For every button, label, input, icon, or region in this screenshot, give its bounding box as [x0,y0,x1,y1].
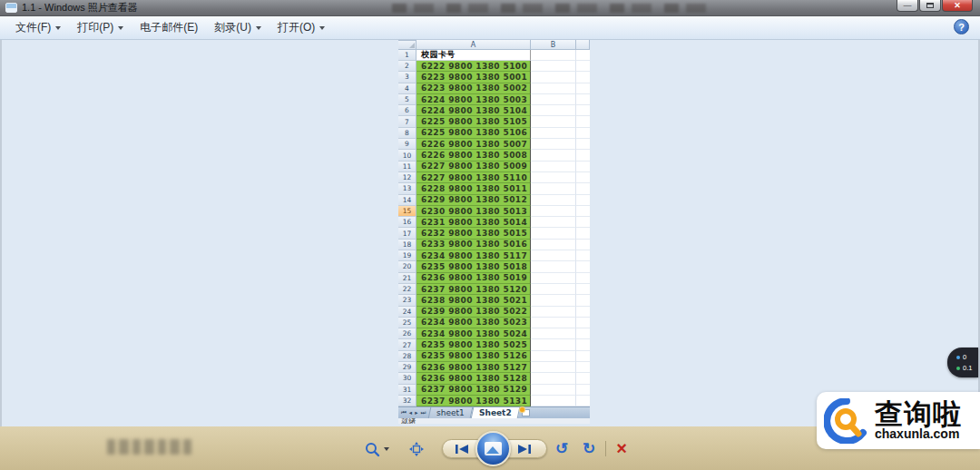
column-header-b: B [531,40,576,50]
table-row-15: 156230 9800 1380 5013 [398,206,590,217]
row-number: 19 [398,250,416,261]
table-row-30: 306236 9800 1380 5128 [398,373,590,384]
zoom-button[interactable] [361,440,392,458]
cell-empty [531,195,576,206]
rotate-right-button[interactable]: ↻ [577,438,601,458]
cell-card-number: 6235 9800 1380 5126 [416,351,531,362]
sheet-tab-bar: ⏮ ◂ ▸ ⏭ sheet1 Sheet2 [398,406,590,418]
menu-item-2[interactable]: 电子邮件(E) [132,16,206,39]
slideshow-icon [485,442,502,455]
column-header-partial [576,40,590,50]
cell-empty [531,240,576,250]
cell-empty [531,150,576,161]
cell-empty [531,183,576,194]
blue-dot-icon [956,356,960,359]
cell-card-number: 6235 9800 1380 5025 [416,339,531,350]
cell-empty [531,339,576,350]
rotate-cw-icon: ↻ [583,439,595,458]
row-number: 32 [398,396,416,406]
delete-button[interactable]: × [610,438,633,458]
cell-empty [531,351,576,362]
cell-card-number: 6239 9800 1380 5022 [416,307,531,318]
chevron-down-icon [384,447,389,451]
cell-card-number: 6229 9800 1380 5012 [416,195,531,206]
cell-card-number: 6236 9800 1380 5128 [416,373,531,384]
cell-empty [531,61,576,72]
photo-spreadsheet-image: A B 1 校园卡号 26222 9800 1380 510036223 980… [398,40,590,424]
menu-item-3[interactable]: 刻录(U) [206,16,270,39]
cell-empty [576,250,590,261]
row-number: 27 [398,339,416,350]
cell-empty [531,206,576,217]
maximize-button[interactable] [919,0,941,12]
cell-empty [531,116,576,127]
cell-empty [576,139,590,150]
table-row-23: 236238 9800 1380 5021 [398,295,590,306]
table-row-18: 186233 9800 1380 5016 [398,240,590,250]
tab-sheet1[interactable]: sheet1 [428,407,473,418]
table-row-19: 196234 9800 1380 5117 [398,250,590,261]
table-row-11: 116227 9800 1380 5009 [398,162,590,172]
menu-item-label: 电子邮件(E) [140,20,198,35]
cell-empty [576,373,590,384]
next-button[interactable] [509,439,540,458]
cell-empty [531,228,576,239]
cell-empty [531,284,576,295]
slideshow-button[interactable] [475,431,511,466]
cell-empty [576,217,590,228]
cell-card-number: 6233 9800 1380 5016 [416,240,531,250]
previous-button[interactable] [446,439,477,458]
cell-empty [576,195,590,206]
next-sheet-icon[interactable]: ▸ [415,409,417,416]
cell-card-number: 6226 9800 1380 5007 [416,139,531,150]
table-row-25: 256234 9800 1380 5023 [398,318,590,328]
menu-item-0[interactable]: 文件(F) [7,16,69,39]
sheet-nav-buttons[interactable]: ⏮ ◂ ▸ ⏭ [398,407,429,418]
actual-size-button[interactable] [406,440,427,458]
row-number: 13 [398,183,416,194]
chevron-down-icon [55,26,61,30]
previous-icon [455,444,469,455]
cell-empty [576,94,590,105]
prev-sheet-icon[interactable]: ◂ [409,409,412,416]
cell-empty [576,116,590,127]
cell-empty [531,396,576,406]
table-row-17: 176232 9800 1380 5015 [398,228,590,239]
side-overlay-widget[interactable]: 0 0.1 [947,348,978,377]
watermark-title: 查询啦 [875,400,962,427]
last-sheet-icon[interactable]: ⏭ [420,409,426,416]
status-bar: 就绪 [398,418,590,424]
watermark-badge: 查询啦 chaxunla.com [817,392,980,449]
table-row-10: 106226 9800 1380 5008 [398,150,590,161]
tab-sheet2[interactable]: Sheet2 [471,407,520,418]
close-button[interactable]: ✕ [942,0,973,12]
cell-empty [576,240,590,250]
menu-item-1[interactable]: 打印(P) [69,16,132,39]
row-number: 10 [398,150,416,161]
rotate-left-button[interactable]: ↺ [550,438,573,458]
menu-item-label: 文件(F) [15,20,51,35]
first-sheet-icon[interactable]: ⏮ [401,409,407,416]
cell-empty [531,94,576,105]
cell-empty [531,172,576,183]
insert-worksheet-icon [522,409,530,416]
help-button[interactable]: ? [954,19,969,34]
cell-card-number: 6237 9800 1380 5120 [416,284,531,295]
cell-empty [576,385,590,396]
row-number: 25 [398,318,416,328]
cell-empty [576,351,590,362]
cell-empty [576,396,590,406]
menu-item-4[interactable]: 打开(O) [270,16,333,39]
overlay-value-1: 0 [963,353,966,361]
cell-card-number: 6232 9800 1380 5015 [416,228,531,239]
minimize-button[interactable]: — [897,0,918,12]
table-row-32: 326237 9800 1380 5131 [398,396,590,406]
menu-bar: 文件(F)打印(P)电子邮件(E)刻录(U)打开(O) [0,16,980,40]
cell-empty [576,105,590,116]
cell-empty [531,72,576,83]
toolbar-divider [605,441,606,456]
menu-item-label: 打印(P) [77,20,113,35]
insert-worksheet-button[interactable] [519,407,534,418]
cell-empty [531,139,576,150]
cell-empty [576,50,590,61]
